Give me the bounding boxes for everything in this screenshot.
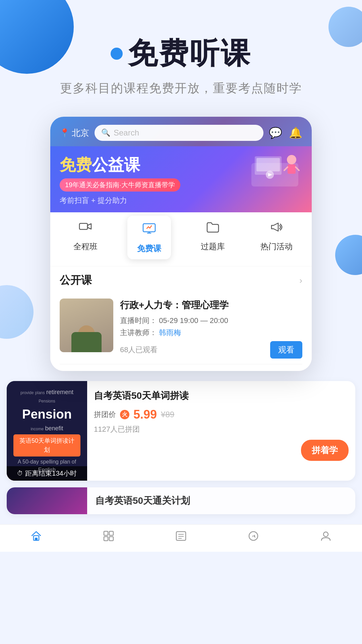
nav-item-profile[interactable] — [306, 530, 346, 545]
svg-rect-18 — [104, 537, 108, 541]
section-header: 公开课 › — [60, 273, 302, 288]
category-icon-wrap-1 — [140, 221, 159, 240]
price-icon-0: 火 — [120, 410, 129, 419]
course-teacher: 主讲教师： 韩雨梅 — [120, 328, 302, 338]
hero-section: 免费听课 更多科目的课程免费开放，重要考点随时学 — [0, 0, 362, 97]
banner-illustration — [245, 150, 305, 190]
category-item-2[interactable]: 过题库 — [191, 219, 235, 259]
svg-point-3 — [287, 155, 296, 164]
cards-section: provide plans retirement Pensions Pensio… — [0, 371, 362, 524]
header-icons: 💬 🔔 — [269, 126, 302, 139]
compass-icon — [247, 530, 259, 545]
app-header: 📍 北京 🔍 Search 💬 🔔 免费公益课 19年通关必备指南·大牛师资直播… — [50, 117, 312, 212]
bg-circle-right-mid — [335, 235, 362, 275]
search-bar[interactable]: 🔍 Search — [95, 125, 263, 141]
message-icon[interactable]: 💬 — [269, 126, 282, 139]
open-course-section: 公开课 › 行政+人力专：管理心理学 直播时间： 05-29 19:00 — 2… — [50, 266, 312, 371]
teacher-photo — [60, 299, 113, 352]
search-icon: 🔍 — [101, 128, 110, 137]
list-icon — [175, 530, 187, 545]
course-broadcast-time: 直播时间： 05-29 19:00 — 20:00 — [120, 316, 302, 326]
megaphone-icon — [269, 220, 284, 237]
home-icon — [30, 530, 42, 545]
bell-icon[interactable]: 🔔 — [289, 126, 302, 139]
product-title-0: 自考英语50天单词拼读 — [94, 389, 349, 402]
section-title: 公开课 — [60, 273, 92, 288]
svg-point-26 — [323, 532, 328, 537]
svg-rect-4 — [288, 164, 296, 174]
category-item-0[interactable]: 全程班 — [64, 219, 107, 259]
bg-circle-left-mid — [0, 285, 34, 339]
product-card-1: 自考英语50天通关计划 — [7, 487, 355, 514]
folder-icon — [206, 220, 220, 237]
svg-marker-25 — [252, 535, 255, 538]
search-placeholder: Search — [114, 128, 139, 138]
category-label-0: 全程班 — [73, 241, 98, 252]
person-icon — [320, 530, 332, 545]
price-row-0: 拼团价 火 5.99 ¥89 — [94, 408, 349, 422]
course-info: 行政+人力专：管理心理学 直播时间： 05-29 19:00 — 20:00 主… — [120, 299, 302, 359]
hero-dot — [111, 48, 123, 60]
group-count-0: 1127人已拼团 — [94, 424, 349, 434]
word-cloud: provide plans retirement Pensions Pensio… — [13, 388, 80, 474]
product-info-0: 自考英语50天单词拼读 拼团价 火 5.99 ¥89 1127人已拼团 拼着学 — [87, 381, 355, 481]
view-count: 68人已观看 — [120, 345, 158, 355]
course-title: 行政+人力专：管理心理学 — [120, 299, 302, 312]
course-card: 行政+人力专：管理心理学 直播时间： 05-29 19:00 — 20:00 主… — [60, 293, 302, 364]
location-icon: 📍 — [60, 128, 70, 138]
teacher-name: 韩雨梅 — [159, 328, 181, 337]
location-button[interactable]: 📍 北京 — [60, 127, 89, 139]
hero-title: 免费听课 — [111, 34, 251, 73]
monitor-icon — [142, 222, 156, 239]
nav-item-questionbank[interactable] — [161, 530, 201, 545]
bottom-nav — [0, 524, 362, 552]
nav-item-courses[interactable] — [88, 530, 129, 545]
category-icon-wrap-3 — [267, 219, 286, 238]
nav-item-discover[interactable] — [233, 530, 274, 545]
watch-button[interactable]: 观看 — [270, 341, 302, 359]
video-camera-icon — [78, 220, 93, 237]
svg-rect-15 — [35, 538, 38, 540]
product-image-0: provide plans retirement Pensions Pensio… — [7, 381, 87, 481]
chevron-right-icon: › — [299, 275, 302, 286]
svg-rect-16 — [104, 531, 108, 535]
section-more[interactable]: › — [299, 275, 302, 286]
svg-rect-19 — [109, 537, 113, 541]
category-label-1: 免费课 — [137, 243, 161, 254]
banner-sub: 考前扫盲 + 提分助力 — [60, 196, 302, 206]
phone-mockup: 📍 北京 🔍 Search 💬 🔔 免费公益课 19年通关必备指南·大牛师资直播… — [50, 117, 312, 371]
price-original-0: ¥89 — [161, 410, 174, 419]
app-banner: 免费公益课 19年通关必备指南·大牛师资直播带学 考前扫盲 + 提分助力 — [50, 146, 312, 212]
grid-icon — [103, 530, 115, 545]
hero-subtitle: 更多科目的课程免费开放，重要考点随时学 — [0, 80, 362, 97]
group-buy-button-0[interactable]: 拼着学 — [301, 440, 349, 461]
svg-rect-2 — [256, 158, 280, 171]
svg-marker-10 — [87, 224, 91, 229]
product-card-0: provide plans retirement Pensions Pensio… — [7, 381, 355, 481]
svg-rect-9 — [79, 223, 87, 229]
category-label-3: 热门活动 — [260, 241, 293, 252]
course-footer: 68人已观看 观看 — [120, 341, 302, 359]
banner-badge: 19年通关必备指南·大牛师资直播带学 — [60, 178, 180, 192]
category-item-3[interactable]: 热门活动 — [255, 219, 298, 259]
product-footer-0: 拼着学 — [94, 440, 349, 461]
price-label-0: 拼团价 — [94, 410, 116, 420]
category-menu: 全程班 免费课 — [50, 212, 312, 266]
svg-rect-17 — [109, 531, 113, 535]
app-topbar: 📍 北京 🔍 Search 💬 🔔 — [50, 117, 312, 146]
category-item-1[interactable]: 免费课 — [127, 216, 171, 259]
nav-item-home[interactable] — [16, 530, 56, 545]
price-current-0: 5.99 — [133, 408, 157, 422]
category-icon-wrap-0 — [76, 219, 95, 238]
category-icon-wrap-2 — [203, 219, 222, 238]
category-label-2: 过题库 — [201, 241, 225, 252]
